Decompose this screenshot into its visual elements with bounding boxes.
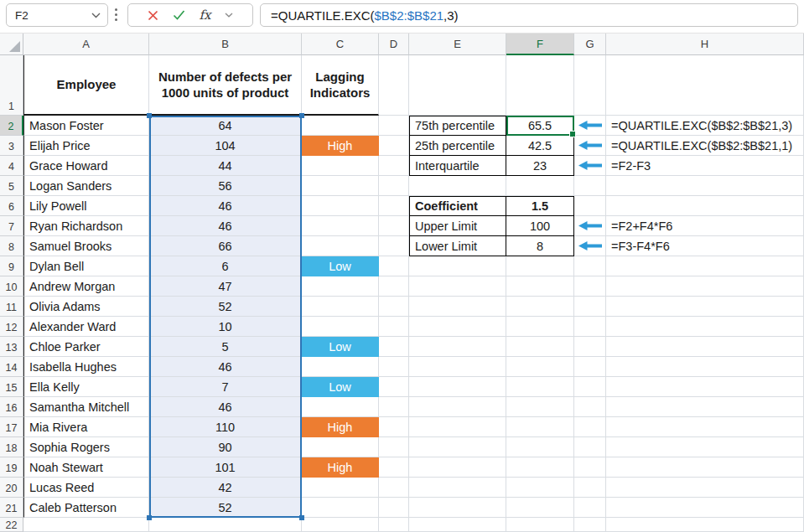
cell-d22[interactable] (379, 518, 409, 532)
cell-e7[interactable]: Upper Limit (409, 216, 506, 236)
cell-b1[interactable]: Number of defects per 1000 units of prod… (149, 55, 302, 116)
column-header-b[interactable]: B (149, 34, 302, 55)
cell-g4[interactable] (574, 156, 606, 176)
cell-e14[interactable] (409, 357, 506, 377)
cell-a17[interactable]: Mia Rivera (23, 417, 149, 437)
cell-f9[interactable] (506, 256, 574, 276)
low-indicator-badge[interactable]: Low (302, 337, 379, 357)
cell-g3[interactable] (574, 136, 606, 156)
cell-f1[interactable] (506, 55, 574, 116)
column-header-h[interactable]: H (606, 34, 804, 55)
cell-f19[interactable] (506, 457, 574, 478)
cell-f14[interactable] (506, 357, 574, 377)
fill-handle[interactable] (569, 131, 576, 137)
cell-e8[interactable]: Lower Limit (409, 236, 506, 256)
column-header-c[interactable]: C (302, 34, 379, 55)
cell-d4[interactable] (379, 156, 409, 176)
high-indicator-badge[interactable]: High (302, 417, 379, 437)
cell-a18[interactable]: Sophia Rogers (23, 437, 149, 457)
cell-d10[interactable] (379, 276, 409, 297)
cell-e22[interactable] (409, 518, 506, 532)
select-all-button[interactable] (0, 34, 23, 55)
cell-b8[interactable]: 66 (149, 236, 302, 256)
cell-b4[interactable]: 44 (149, 156, 302, 176)
cell-d21[interactable] (379, 498, 409, 518)
cell-h8[interactable]: =F3-F4*F6 (606, 236, 804, 256)
row-header-19[interactable]: 19 (0, 457, 23, 478)
column-header-a[interactable]: A (23, 34, 149, 55)
cell-c12[interactable] (302, 317, 379, 337)
cell-g10[interactable] (574, 276, 606, 297)
cell-d14[interactable] (379, 357, 409, 377)
column-header-g[interactable]: G (574, 34, 606, 55)
cell-c18[interactable] (302, 437, 379, 457)
cell-d15[interactable] (379, 377, 409, 397)
row-header-4[interactable]: 4 (0, 156, 23, 176)
cell-e16[interactable] (409, 397, 506, 417)
row-header-17[interactable]: 17 (0, 417, 23, 437)
cell-c14[interactable] (302, 357, 379, 377)
cell-h18[interactable] (606, 437, 804, 457)
insert-function-button[interactable]: fx (199, 8, 210, 23)
row-header-22[interactable]: 22 (0, 518, 23, 532)
cell-e9[interactable] (409, 256, 506, 276)
cell-b7[interactable]: 46 (149, 216, 302, 236)
row-header-8[interactable]: 8 (0, 236, 23, 256)
cell-c8[interactable] (302, 236, 379, 256)
cell-c2[interactable] (302, 116, 379, 136)
cell-d13[interactable] (379, 337, 409, 357)
row-header-13[interactable]: 13 (0, 337, 23, 357)
cell-h7[interactable]: =F2+F4*F6 (606, 216, 804, 236)
cell-b15[interactable]: 7 (149, 377, 302, 397)
row-header-21[interactable]: 21 (0, 498, 23, 518)
cell-h6[interactable] (606, 196, 804, 216)
enter-button[interactable] (173, 10, 185, 20)
row-header-10[interactable]: 10 (0, 276, 23, 297)
cell-e1[interactable] (409, 55, 506, 116)
chevron-down-icon[interactable] (91, 13, 101, 18)
row-header-18[interactable]: 18 (0, 437, 23, 457)
cell-e20[interactable] (409, 478, 506, 498)
cell-h13[interactable] (606, 337, 804, 357)
cell-f8[interactable]: 8 (506, 236, 574, 256)
cell-h10[interactable] (606, 276, 804, 297)
cell-e15[interactable] (409, 377, 506, 397)
row-header-5[interactable]: 5 (0, 176, 23, 196)
row-header-15[interactable]: 15 (0, 377, 23, 397)
cell-c6[interactable] (302, 196, 379, 216)
cell-b2[interactable]: 64 (149, 116, 302, 136)
cell-g12[interactable] (574, 317, 606, 337)
cell-c22[interactable] (302, 518, 379, 532)
range-selection-handle[interactable] (147, 515, 152, 520)
row-header-11[interactable]: 11 (0, 297, 23, 317)
cell-c21[interactable] (302, 498, 379, 518)
cell-a3[interactable]: Elijah Price (23, 136, 149, 156)
cell-h21[interactable] (606, 498, 804, 518)
cell-b17[interactable]: 110 (149, 417, 302, 437)
row-header-14[interactable]: 14 (0, 357, 23, 377)
cell-f4[interactable]: 23 (506, 156, 574, 176)
cell-b12[interactable]: 10 (149, 317, 302, 337)
cell-g6[interactable] (574, 196, 606, 216)
cell-g22[interactable] (574, 518, 606, 532)
cell-a2[interactable]: Mason Foster (23, 116, 149, 136)
cell-d12[interactable] (379, 317, 409, 337)
cell-h11[interactable] (606, 297, 804, 317)
cell-a13[interactable]: Chloe Parker (23, 337, 149, 357)
cell-a8[interactable]: Samuel Brooks (23, 236, 149, 256)
cell-d9[interactable] (379, 256, 409, 276)
cell-h2[interactable]: =QUARTILE.EXC($B$2:$B$21,3) (606, 116, 804, 136)
cell-h17[interactable] (606, 417, 804, 437)
high-indicator-badge[interactable]: High (302, 457, 379, 478)
cell-g14[interactable] (574, 357, 606, 377)
cell-g17[interactable] (574, 417, 606, 437)
cell-d17[interactable] (379, 417, 409, 437)
chevron-down-icon[interactable] (225, 13, 233, 18)
cell-h12[interactable] (606, 317, 804, 337)
cell-c16[interactable] (302, 397, 379, 417)
range-selection-handle[interactable] (299, 515, 304, 520)
cell-f20[interactable] (506, 478, 574, 498)
cell-c10[interactable] (302, 276, 379, 297)
cell-a21[interactable]: Caleb Patterson (23, 498, 149, 518)
cell-f12[interactable] (506, 317, 574, 337)
